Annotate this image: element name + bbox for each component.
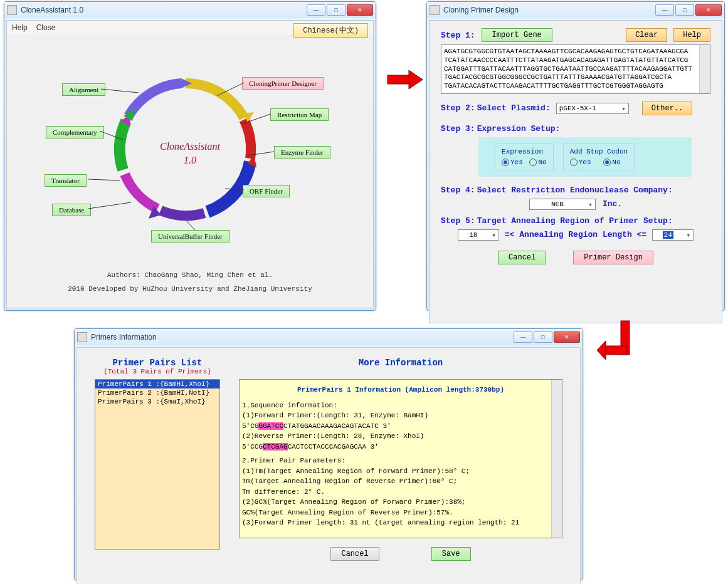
app-icon xyxy=(77,332,87,342)
right-column: More Information PrimerPairs 1 Informati… xyxy=(239,358,562,561)
maximize-button[interactable]: □ xyxy=(534,331,552,343)
list-item[interactable]: PrimerPairs 3 :{SmaI,XhoI} xyxy=(95,397,219,406)
primer-list-sub: (Total 3 Pairs of Primers) xyxy=(95,368,220,375)
translator-button[interactable]: Translator xyxy=(45,174,87,187)
svg-rect-16 xyxy=(388,75,409,84)
step1-row: Step 1: Import Gene Clear Help xyxy=(441,28,710,42)
stop-codon-group: Add Stop Codon Yes No xyxy=(563,143,635,170)
minimize-button[interactable]: — xyxy=(307,4,325,16)
developed-by-text: 2010 Developed by HuZhou University and … xyxy=(7,285,373,293)
help-button[interactable]: Help xyxy=(673,28,710,42)
primer-design-button[interactable]: Primer Design xyxy=(573,251,653,264)
language-button[interactable]: Chinese(中文) xyxy=(293,23,368,38)
primer-list-heading: Primer Pairs List xyxy=(95,358,220,368)
orf-finder-button[interactable]: ORF Finder xyxy=(243,185,290,197)
complementary-button[interactable]: Complementary xyxy=(46,126,104,138)
database-button[interactable]: Database xyxy=(52,204,91,216)
maximize-button[interactable]: □ xyxy=(675,4,694,16)
action-row: Cancel Primer Design xyxy=(441,251,710,264)
company-select[interactable]: NEB xyxy=(529,199,596,210)
more-info-heading: More Information xyxy=(239,358,562,368)
step2-text: Select Plasmid: xyxy=(477,103,551,113)
svg-marker-20 xyxy=(597,341,606,360)
menu-help[interactable]: Help xyxy=(12,23,28,32)
import-gene-button[interactable]: Import Gene xyxy=(482,28,552,42)
cloning-primer-design-window: Cloning Primer Design — □ ✕ Step 1: Impo… xyxy=(426,1,725,311)
scrollbar[interactable] xyxy=(699,45,710,93)
expression-group: Expression Yes No xyxy=(495,143,554,170)
alignment-button[interactable]: Alignment xyxy=(62,83,105,96)
flow-arrow-1-icon xyxy=(386,68,425,91)
step1-label: Step 1: xyxy=(441,31,475,40)
enzyme-finder-button[interactable]: Enzyme Finder xyxy=(274,146,330,159)
list-item[interactable]: PrimerPairs 1 :{BamHI,XhoI} xyxy=(95,380,219,388)
cancel-button[interactable]: Cancel xyxy=(330,547,379,561)
minimize-button[interactable]: — xyxy=(514,331,532,343)
other-button[interactable]: Other.. xyxy=(642,102,692,115)
window-title: Cloning Primer Design xyxy=(443,6,655,14)
inc-label: Inc. xyxy=(603,199,622,209)
app-icon xyxy=(430,5,440,15)
stop-no-radio[interactable] xyxy=(603,159,611,166)
cancel-button[interactable]: Cancel xyxy=(498,251,546,264)
svg-marker-17 xyxy=(409,70,423,89)
stop-yes-radio[interactable] xyxy=(570,159,578,166)
step5-row: Step 5: Target Annealing Region of Prime… xyxy=(441,216,710,226)
step2-row: Step 2: Select Plasmid: pGEX-5X-1 Other.… xyxy=(441,102,710,115)
step3-label: Step 3: xyxy=(441,124,475,133)
expression-heading: Expression xyxy=(502,148,547,155)
max-length-select[interactable]: 24 xyxy=(652,229,694,241)
primer-pairs-listbox[interactable]: PrimerPairs 1 :{BamHI,XhoI} PrimerPairs … xyxy=(95,379,220,550)
titlebar: CloneAssistant 1.0 — □ ✕ xyxy=(4,2,376,18)
window-title: CloneAssistant 1.0 xyxy=(21,6,307,14)
client-area: Primer Pairs List (Total 3 Pairs of Prim… xyxy=(76,347,581,584)
restriction-map-button[interactable]: Restriction Map xyxy=(270,108,329,121)
clone-assistant-window: CloneAssistant 1.0 — □ ✕ Help Close Chin… xyxy=(4,1,376,311)
minimize-button[interactable]: — xyxy=(655,4,674,16)
action-row: Cancel Save xyxy=(239,547,562,561)
expr-yes-radio[interactable] xyxy=(502,159,509,166)
scrollbar[interactable] xyxy=(551,380,562,538)
step2-label: Step 2: xyxy=(441,103,475,113)
save-button[interactable]: Save xyxy=(431,547,471,561)
primer-info-textarea[interactable]: PrimerPairs 1 Information (Amplicon leng… xyxy=(239,379,562,538)
company-row: NEB Inc. xyxy=(441,199,710,210)
list-item[interactable]: PrimerPairs 2 :{BamHI,NotI} xyxy=(95,388,219,397)
primers-information-window: Primers Information — □ ✕ Primer Pairs L… xyxy=(74,328,583,580)
client-area: Step 1: Import Gene Clear Help AGATGCGTG… xyxy=(429,20,722,323)
step3-row: Step 3: Expression Setup: xyxy=(441,124,710,133)
flow-arrow-2-icon xyxy=(597,320,635,376)
anneal-label: =< Annealing Region Length <= xyxy=(505,230,646,239)
titlebar: Cloning Primer Design — □ ✕ xyxy=(427,2,724,18)
step5-text: Target Annealing Region of Primer Setup: xyxy=(477,216,673,226)
info-title: PrimerPairs 1 Information (Amplicon leng… xyxy=(242,385,559,395)
window-title: Primers Information xyxy=(91,333,514,342)
plasmid-select[interactable]: pGEX-5X-1 xyxy=(556,103,629,114)
close-button[interactable]: ✕ xyxy=(347,4,373,16)
authors-text: Authors: ChaoGang Shao, Ming Chen et al. xyxy=(7,271,373,279)
maximize-button[interactable]: □ xyxy=(327,4,346,16)
buffer-finder-button[interactable]: UniversalBuffer Finder xyxy=(151,230,229,242)
menu-close[interactable]: Close xyxy=(36,23,56,32)
step4-text: Select Restriction Endonuclease Company: xyxy=(477,185,673,195)
close-button[interactable]: ✕ xyxy=(695,4,722,16)
clear-button[interactable]: Clear xyxy=(626,28,667,42)
step4-label: Step 4: xyxy=(441,185,475,195)
client-area: Help Close Chinese(中文) xyxy=(6,20,374,308)
layout-row: Primer Pairs List (Total 3 Pairs of Prim… xyxy=(95,358,562,561)
step4-row: Step 4: Select Restriction Endonuclease … xyxy=(441,185,710,195)
close-button[interactable]: ✕ xyxy=(554,331,580,343)
expr-no-radio[interactable] xyxy=(529,159,537,166)
cloning-primer-button[interactable]: CloningPrimer Designer xyxy=(242,77,324,90)
min-length-select[interactable]: 18 xyxy=(458,229,499,241)
left-column: Primer Pairs List (Total 3 Pairs of Prim… xyxy=(95,358,220,550)
step5-label: Step 5: xyxy=(441,216,475,226)
step3-text: Expression Setup: xyxy=(477,124,561,133)
svg-rect-19 xyxy=(606,346,627,355)
expression-panel: Expression Yes No Add Stop Codon Yes No xyxy=(478,137,692,177)
sequence-textarea[interactable]: AGATGCGTGGCGTGTAATAGCTAAAAGTTCGCACAAGAGA… xyxy=(441,44,710,94)
app-icon xyxy=(7,5,17,15)
titlebar: Primers Information — □ ✕ xyxy=(75,329,583,345)
stop-heading: Add Stop Codon xyxy=(570,148,628,155)
anneal-row: 18 =< Annealing Region Length <= 24 xyxy=(441,229,710,241)
